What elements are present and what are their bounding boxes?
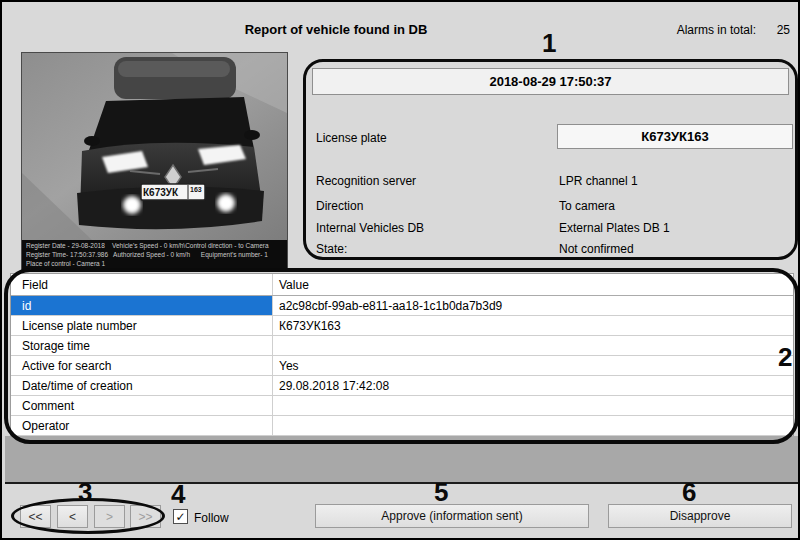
field-cell[interactable]: id [11, 296, 273, 315]
field-cell[interactable]: Date/time of creation [11, 376, 273, 395]
nav-next-button[interactable]: > [94, 505, 125, 528]
table-row[interactable]: Active for search Yes [11, 356, 793, 376]
field-cell[interactable]: Operator [11, 416, 273, 435]
table-row[interactable]: Date/time of creation 29.08.2018 17:42:0… [11, 376, 793, 396]
value-cell[interactable]: a2c98cbf-99ab-e811-aa18-1c1b0da7b3d9 [273, 296, 793, 315]
disapprove-button[interactable]: Disapprove [608, 504, 792, 528]
fog-light-right [217, 194, 235, 212]
nav-first-button[interactable]: << [20, 505, 51, 528]
callout-number-5: 5 [434, 479, 448, 505]
telemetry-line-3: Place of control - Camera 1 [26, 259, 105, 268]
value-cell[interactable] [273, 416, 793, 435]
license-plate-overlay: К673УК 163 [141, 184, 205, 200]
value-cell[interactable]: Yes [273, 356, 793, 375]
vehicle-photo: К673УК 163 Register Date - 29-08-2018 Ve… [21, 52, 288, 271]
nav-last-button[interactable]: >> [130, 505, 161, 528]
callout-number-3: 3 [78, 479, 92, 505]
plate-region-text: 163 [190, 186, 202, 193]
callout-number-2: 2 [778, 344, 792, 370]
value-cell[interactable]: К673УК163 [273, 316, 793, 335]
field-cell[interactable]: Comment [11, 396, 273, 415]
value-cell[interactable] [273, 396, 793, 415]
follow-checkbox-label: Follow [194, 511, 229, 525]
column-header-value[interactable]: Value [273, 274, 793, 295]
approve-button[interactable]: Approve (information sent) [315, 504, 589, 528]
callout-number-4: 4 [171, 481, 185, 507]
attributes-table: Field Value id a2c98cbf-99ab-e811-aa18-1… [10, 273, 794, 436]
vehicle-photo-image: К673УК 163 [22, 53, 287, 240]
report-window: Report of vehicle found in DB Alarms in … [0, 0, 800, 540]
callout-number-1: 1 [542, 30, 556, 56]
event-timestamp-box: 2018-08-29 17:50:37 [312, 68, 789, 95]
photo-telemetry-overlay: Register Date - 29-08-2018 Vehicle's Spe… [22, 240, 287, 271]
table-row[interactable]: Storage time [11, 336, 793, 356]
nav-previous-button[interactable]: < [57, 505, 88, 528]
telemetry-line-1: Register Date - 29-08-2018 Vehicle's Spe… [26, 241, 269, 250]
table-row[interactable]: id a2c98cbf-99ab-e811-aa18-1c1b0da7b3d9 [11, 296, 793, 316]
internal-db-label: Internal Vehicles DB [316, 221, 424, 235]
state-label: State: [316, 242, 347, 256]
event-info-panel: 2018-08-29 17:50:37 License plate К673УК… [306, 62, 795, 257]
alarms-total-label: Alarms in total: [650, 23, 756, 37]
fog-light-left [123, 196, 141, 214]
plate-number-text: К673УК [143, 187, 179, 198]
value-cell[interactable] [273, 336, 793, 355]
field-cell[interactable]: Active for search [11, 356, 273, 375]
table-row[interactable]: Operator [11, 416, 793, 436]
state-value: Not confirmed [559, 242, 634, 256]
direction-value: To camera [559, 199, 615, 213]
value-cell[interactable]: 29.08.2018 17:42:08 [273, 376, 793, 395]
telemetry-line-2: Register Time- 17:50:37.986 Authorized S… [26, 250, 268, 259]
table-row[interactable]: License plate number К673УК163 [11, 316, 793, 336]
field-cell[interactable]: License plate number [11, 316, 273, 335]
check-icon: ✓ [175, 510, 185, 524]
license-plate-value-box: К673УК163 [557, 124, 793, 149]
page-title: Report of vehicle found in DB [2, 22, 670, 37]
follow-checkbox[interactable]: ✓ [173, 509, 188, 524]
table-row[interactable]: Comment [11, 396, 793, 416]
column-header-field[interactable]: Field [11, 274, 273, 295]
internal-db-value: External Plates DB 1 [559, 221, 670, 235]
alarms-total-count: 25 [760, 23, 790, 37]
recognition-server-label: Recognition server [316, 174, 416, 188]
table-header-row: Field Value [11, 274, 793, 296]
callout-number-6: 6 [682, 479, 696, 505]
field-cell[interactable]: Storage time [11, 336, 273, 355]
license-plate-label: License plate [316, 131, 387, 145]
direction-label: Direction [316, 199, 363, 213]
recognition-server-value: LPR channel 1 [559, 174, 638, 188]
table-empty-area [5, 436, 799, 484]
